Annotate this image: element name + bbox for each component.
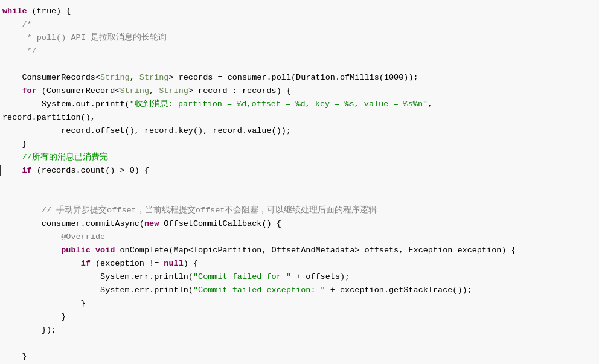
code-line-9: record.partition(), [0,111,599,124]
code-line-27: } [0,350,599,363]
code-line-25: }); [0,324,599,337]
code-line-18: @Override [0,231,599,244]
code-line-21: System.err.println("Commit failed for " … [0,270,599,284]
code-line-14 [0,177,599,191]
code-line-17: consumer.commitAsync(new OffsetCommitCal… [0,217,599,231]
code-line-7: for (ConsumerRecord<String, String> reco… [0,85,599,98]
code-line-11: } [0,138,599,151]
code-line-4: */ [0,45,599,58]
code-line-15 [0,191,599,204]
code-line-5 [0,58,599,71]
code-line-26 [0,337,599,350]
code-line-24: } [0,310,599,324]
code-line-2: /* [0,18,599,31]
code-line-1: while (true) { [0,5,599,18]
code-line-23: } [0,297,599,310]
code-line-3: * poll() API 是拉取消息的长轮询 [0,31,599,45]
code-block: while (true) { /* * poll() API 是拉取消息的长轮询… [0,0,599,364]
code-line-19: public void onComplete(Map<TopicPartitio… [0,244,599,257]
code-line-20: if (exception != null) { [0,257,599,270]
code-line-13: if (records.count() > 0) { [0,164,599,177]
code-line-12: //所有的消息已消费完 [0,151,599,164]
code-line-8: System.out.printf("收到消息: partition = %d,… [0,98,599,111]
code-line-10: record.offset(), record.key(), record.va… [0,124,599,138]
code-line-16: // 手动异步提交offset，当前线程提交offset不会阻塞，可以继续处理后… [0,204,599,217]
code-line-22: System.err.println("Commit failed except… [0,284,599,297]
code-line-6: ConsumerRecords<String, String> records … [0,71,599,85]
